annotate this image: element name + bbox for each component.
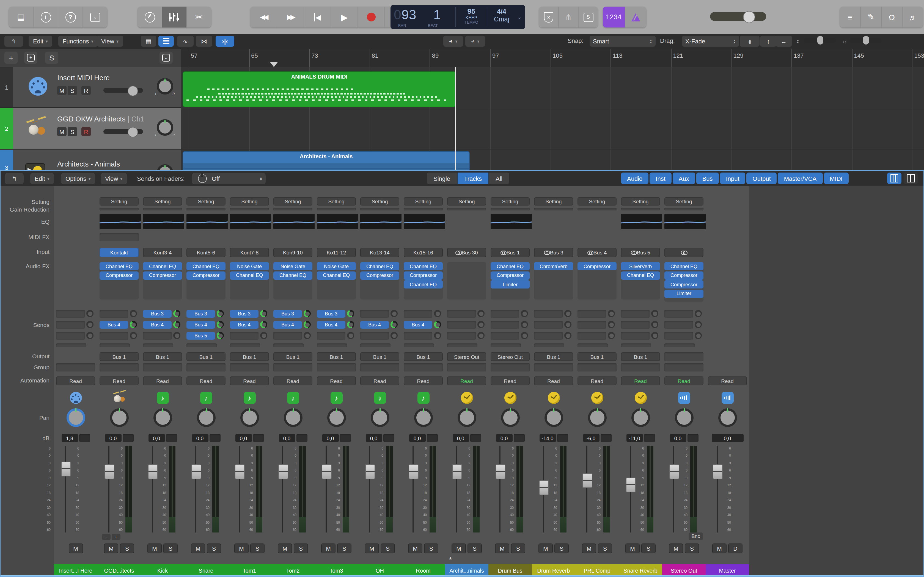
track-volume-slider[interactable] xyxy=(103,129,143,134)
mixer-channel-strip[interactable]: Setting Ko15-16 Channel EQCompressorChan… xyxy=(402,186,446,577)
mixer-channel-strip[interactable]: Setting Kont3-4 Channel EQCompressor Bus… xyxy=(141,186,185,577)
plugin-slot[interactable]: Compressor xyxy=(664,271,703,279)
channel-input-button[interactable]: Ko15-16 xyxy=(404,248,443,257)
note-pads-icon[interactable]: ✎ xyxy=(861,6,882,27)
channel-mute-button[interactable]: M xyxy=(625,543,640,553)
plugin-slot[interactable]: Channel EQ xyxy=(143,262,182,270)
channel-setting-button[interactable]: Setting xyxy=(273,197,312,206)
channel-fader[interactable]: 6036912182430405060 xyxy=(143,446,182,532)
send-slot-small[interactable] xyxy=(317,343,347,347)
plugin-slot[interactable]: Noise Gate xyxy=(230,262,269,270)
solo-mode-button[interactable]: S xyxy=(578,6,598,27)
mixer-channel-strip[interactable]: Setting Bus 4 Compressor Bus 1 Read -6,0… xyxy=(575,186,619,577)
channel-input-button[interactable]: Ko13-14 xyxy=(360,248,399,257)
plugin-slot[interactable]: Compressor xyxy=(664,280,703,288)
track-name[interactable]: Insert MIDI Here xyxy=(57,74,110,82)
plugin-slot[interactable]: Channel EQ xyxy=(230,271,269,279)
pan-knob[interactable] xyxy=(619,408,662,427)
channel-input-button[interactable]: Kontakt xyxy=(100,248,139,257)
channel-setting-button[interactable]: Setting xyxy=(404,197,443,206)
plugin-slot[interactable]: Channel EQ xyxy=(317,271,356,279)
channel-mute-button[interactable]: M xyxy=(712,543,727,553)
channel-setting-button[interactable]: Setting xyxy=(491,197,530,206)
send-level-knob[interactable] xyxy=(477,310,485,317)
group-slot[interactable] xyxy=(230,363,269,371)
send-level-knob[interactable] xyxy=(564,321,572,328)
send-level-knob[interactable] xyxy=(130,310,137,317)
plugin-slot[interactable]: Channel EQ xyxy=(491,262,530,270)
drumkit-track-icon[interactable] xyxy=(26,120,46,137)
plugin-slot[interactable]: Noise Gate xyxy=(273,262,312,270)
send-slot[interactable] xyxy=(404,332,432,339)
fader-cap[interactable] xyxy=(626,477,636,492)
channel-mute-button[interactable]: M xyxy=(538,543,553,553)
scope-segment-tracks[interactable]: Tracks xyxy=(457,172,489,184)
send-slot-small[interactable] xyxy=(534,343,564,347)
send-level-knob[interactable] xyxy=(217,321,224,328)
channel-solo-button[interactable]: S xyxy=(598,543,612,553)
send-level-knob[interactable] xyxy=(130,321,137,328)
audio-region[interactable]: Architects - Animals xyxy=(183,151,470,170)
mixer-channel-strip[interactable]: Setting Bus 5 SilverVerbChannel EQ Bus 1… xyxy=(619,186,663,577)
record-enable-button[interactable]: R xyxy=(81,127,91,136)
automation-mode-button[interactable]: Read xyxy=(360,376,399,385)
eq-thumbnail[interactable] xyxy=(360,214,404,229)
snap-dropdown[interactable]: Smart▲▼ xyxy=(590,36,656,47)
volume-readout[interactable]: 0,0 xyxy=(664,434,703,442)
plugin-slot[interactable]: ChromaVerb xyxy=(534,262,573,270)
automation-mode-button[interactable]: Read xyxy=(230,376,269,385)
channel-setting-button[interactable]: Setting xyxy=(577,197,617,206)
channel-input-button[interactable]: Bus 1 xyxy=(491,248,530,257)
volume-readout[interactable]: -11,0 xyxy=(621,434,660,442)
channel-output-button[interactable]: Bus 1 xyxy=(100,352,139,361)
master-volume-slider[interactable] xyxy=(710,12,766,21)
bounce-button[interactable]: Bnc xyxy=(688,532,703,540)
send-level-knob[interactable] xyxy=(695,332,702,339)
pan-knob[interactable] xyxy=(402,408,445,427)
automation-mode-button[interactable]: Read xyxy=(100,376,139,385)
send-level-knob[interactable] xyxy=(260,321,267,328)
bar-ruler[interactable]: 576573818997105113121129137145153 xyxy=(181,49,924,68)
channel-setting-button[interactable]: Setting xyxy=(100,197,139,206)
channel-output-button[interactable]: Bus 1 xyxy=(360,352,399,361)
eq-thumbnail[interactable] xyxy=(186,214,230,229)
solo-button[interactable]: S xyxy=(68,127,77,136)
send-level-knob[interactable] xyxy=(434,332,441,339)
tuner-icon[interactable]: ⋔ xyxy=(559,6,578,27)
editors-icon[interactable]: ✂ xyxy=(187,6,211,27)
channel-input-button[interactable] xyxy=(664,248,703,257)
channel-solo-button[interactable]: S xyxy=(685,543,699,553)
group-slot[interactable] xyxy=(577,363,617,371)
plugin-slot[interactable]: Noise Gate xyxy=(317,262,356,270)
automation-mode-button[interactable]: Read xyxy=(664,376,703,385)
group-slot[interactable] xyxy=(273,363,312,371)
audio-track-icon[interactable] xyxy=(25,163,45,170)
send-level-knob[interactable] xyxy=(347,310,354,317)
autopunch-icon[interactable]: × xyxy=(539,6,559,27)
pan-knob[interactable] xyxy=(228,408,271,427)
eq-thumbnail[interactable] xyxy=(230,214,273,229)
plugin-slot[interactable]: Channel EQ xyxy=(100,262,139,270)
group-slot[interactable] xyxy=(491,363,530,371)
send-slot-small[interactable] xyxy=(273,343,304,347)
mixer-channel-strip[interactable]: Setting Ko11-12 Noise GateChannel EQ Bus… xyxy=(315,186,359,577)
automation-mode-button[interactable]: Read xyxy=(577,376,617,385)
send-slot[interactable] xyxy=(317,332,346,339)
pan-knob[interactable] xyxy=(184,408,228,427)
flex-icon[interactable]: ⋈ xyxy=(196,36,212,47)
send-slot[interactable]: Bus 3 xyxy=(273,309,302,318)
send-slot[interactable] xyxy=(491,321,519,328)
plugin-slot[interactable]: Channel EQ xyxy=(186,262,226,270)
volume-readout[interactable]: 0,0 xyxy=(143,434,182,442)
send-slot[interactable] xyxy=(56,321,85,328)
channel-fader[interactable]: 6036912182430405060 xyxy=(100,446,139,532)
eq-thumbnail[interactable] xyxy=(143,214,186,229)
channel-setting-button[interactable]: Setting xyxy=(447,197,486,206)
volume-readout[interactable]: 0,0 xyxy=(404,434,443,442)
audio-fx-slots[interactable]: Noise GateChannel EQ xyxy=(273,262,312,300)
volume-readout[interactable]: 0,0 xyxy=(447,434,486,442)
volume-readout[interactable]: 0,0 xyxy=(317,434,356,442)
send-slot[interactable]: Bus 4 xyxy=(230,321,258,328)
mixer-channel-strip[interactable]: Setting Kont7-8 Noise GateChannel EQ Bus… xyxy=(228,186,272,577)
zoom-buttons[interactable]: −+ xyxy=(102,534,139,540)
